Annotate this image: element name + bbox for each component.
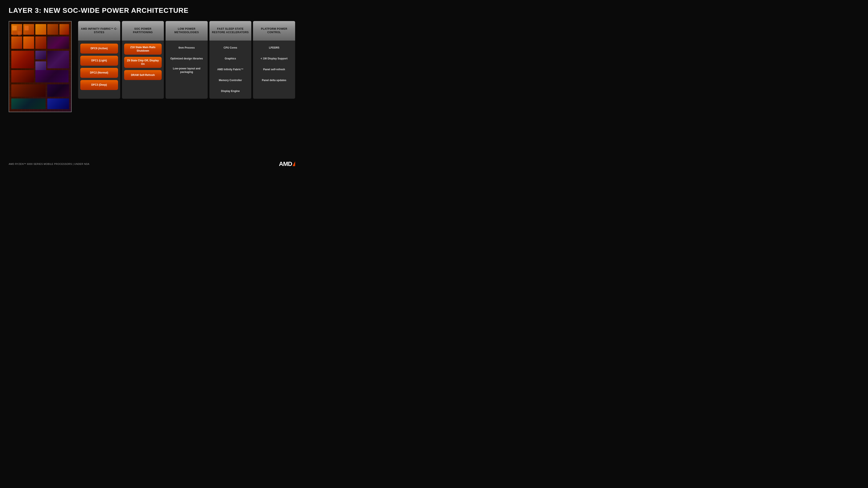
columns-area: AMD INFINITY FABRIC™ C-STATESDFC0 (Activ… [78,21,295,99]
column-item-col5-0: LPDDR5 [255,43,293,52]
amd-logo: AMD [279,161,295,167]
column-body-col5: LPDDR5< 1W Display SupportPanel self-ref… [253,40,295,99]
content-area: AMD INFINITY FABRIC™ C-STATESDFC0 (Activ… [9,21,295,112]
column-item-col3-1: Optimized design libraries [168,55,206,63]
column-col5: PLATFORM POWER CONTROLLPDDR5< 1W Display… [253,21,295,99]
page-title: LAYER 3: NEW SOC-WIDE POWER ARCHITECTURE [9,6,295,14]
column-item-col5-1: < 1W Display Support [255,55,293,63]
column-header-col4: FAST SLEEP STATE RESTORE ACCELERATORS [209,21,251,40]
column-item-col4-1: Graphics [212,55,249,63]
column-header-col5: PLATFORM POWER CONTROL [253,21,295,40]
column-item-col5-3: Panel delta updates [255,76,293,85]
amd-logo-arrow [292,161,295,166]
column-item-col2-2: DRAM Self-Refresh [124,70,162,80]
column-header-col1: AMD INFINITY FABRIC™ C-STATES [78,21,120,40]
column-item-col2-0: Z10 State Main Rails Shutdown [124,43,162,55]
amd-logo-text: AMD [279,161,292,167]
column-item-col1-1: DFC1 (Light) [80,56,118,66]
column-body-col1: DFC0 (Active)DFC1 (Light)DFC2 (Normal)DF… [78,40,120,99]
column-body-col3: 6nm ProcessOptimized design librariesLow… [165,40,208,99]
column-item-col1-3: DFC3 (Deep) [80,80,118,90]
chip-die-image [9,21,72,112]
column-body-col2: Z10 State Main Rails ShutdownZ9 State Ch… [122,40,164,99]
column-col1: AMD INFINITY FABRIC™ C-STATESDFC0 (Activ… [78,21,120,99]
column-item-col3-0: 6nm Process [168,43,206,52]
column-item-col1-2: DFC2 (Normal) [80,68,118,78]
column-item-col4-0: CPU Cores [212,43,249,52]
column-item-col4-3: Memory Controller [212,76,249,85]
column-item-col4-2: AMD Infinity Fabric™ [212,65,249,74]
column-item-col3-2: Low-power layout and packaging [168,65,206,75]
column-header-col2: SOC POWER PARTITIONING [122,21,164,40]
column-item-col5-2: Panel self-refresh [255,65,293,74]
column-col3: LOW POWER METHODOLOGIES6nm ProcessOptimi… [165,21,208,99]
column-header-col3: LOW POWER METHODOLOGIES [165,21,208,40]
column-item-col4-4: Display Engine [212,87,249,96]
column-body-col4: CPU CoresGraphicsAMD Infinity Fabric™Mem… [209,40,251,99]
column-col4: FAST SLEEP STATE RESTORE ACCELERATORSCPU… [209,21,251,99]
column-col2: SOC POWER PARTITIONINGZ10 State Main Rai… [122,21,164,99]
footer-text: AMD RYZEN™ 6000 SERIES MOBILE PROCESSORS… [9,163,89,165]
column-item-col1-0: DFC0 (Active) [80,43,118,54]
footer: AMD RYZEN™ 6000 SERIES MOBILE PROCESSORS… [9,161,295,167]
column-item-col2-1: Z9 State Chip Off, Display On [124,57,162,68]
